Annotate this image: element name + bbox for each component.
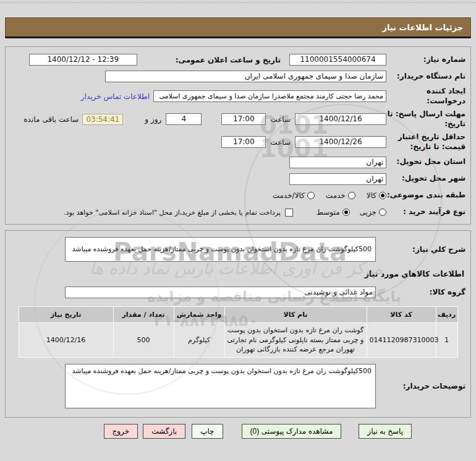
validity-label: حداقل تاریخ اعتبار قیمت: تا تاریخ: [386,132,465,152]
requester-label: ایجاد کننده درخواست: [386,87,465,106]
cell-goods-code: 0141120987310003 [367,322,436,358]
requester-row: ایجاد کننده درخواست: محمد رضا حجتی کارمن… [11,87,465,106]
goods-group-field[interactable]: مواد غذائی و نوشیدنی [65,287,376,298]
radio-goods-service[interactable] [307,192,315,199]
deadline-time-field[interactable]: 17:00 [221,113,266,125]
goods-table: ردیف کد کالا نام کالا واحد شمارش تعداد /… [19,306,458,358]
buyer-notes-label: توضیحات خریدار: [376,382,465,390]
col-need-date: تاریخ نیاز [19,306,113,322]
col-unit: واحد شمارش [174,306,224,322]
buyer-contact-link[interactable]: اطلاعات تماس خریدار [81,92,150,101]
col-quantity: تعداد / مقدار [113,306,174,322]
announce-datetime-field[interactable]: 1400/12/12 - 12:39 [29,54,137,66]
print-button[interactable]: چاپ [192,424,223,439]
treasury-checkbox[interactable] [285,209,293,217]
page-title: جزئیات اطلاعات نیاز [5,17,471,38]
goods-section-header: اطلاعات کالاهاي مورد نياز [11,269,464,278]
respond-button[interactable]: پاسخ به نیاز [359,424,412,439]
goods-group-row: گروه کالا: مواد غذائی و نوشیدنی [11,286,465,299]
need-number-label: شماره نیاز: [386,55,465,65]
radio-goods-service-label: کالا/خدمت [273,191,305,200]
need-details-page: { "window": { "title": "جزئیات اطلاعات ن… [0,0,476,461]
col-goods-code: کد کالا [367,306,436,322]
classification-row: طبقه بندی موضوعی: کالا خدمت کالا/خدمت [11,189,465,202]
buyer-org-row: نام دستگاه خریدار: سازمان صدا و سیمای جم… [11,70,465,83]
countdown-timer: 03:54:41 [82,114,123,125]
top-dotted-rule [0,2,476,3]
col-row-number: ردیف [436,306,457,322]
need-number-row: شماره نیاز: 1100001554000674 تاریخ و ساع… [11,53,465,66]
goods-group-label: گروه کالا: [376,288,465,296]
province-label: استان محل تحویل: [386,157,465,167]
classification-label: طبقه بندی موضوعی: [386,191,465,200]
validity-hour-label: ساعت [270,138,291,147]
cell-need-date: 1400/12/16 [19,322,113,358]
attachments-button[interactable]: مشاهده مدارک پیوستی (0) [242,424,342,439]
buyer-org-field[interactable]: سازمان صدا و سیمای جمهوری اسلامی ایران [105,71,386,82]
radio-partial[interactable] [379,209,386,216]
need-desc-field[interactable]: 500کیلوگوشت ران مرغ تازه بدون استخوان بد… [65,237,376,262]
need-info-panel: شماره نیاز: 1100001554000674 تاریخ و ساع… [5,46,471,225]
col-goods-name: نام کالا [224,306,367,322]
cell-quantity: 500 [113,322,174,358]
cell-goods-name: گوشت ران مرغ تازه بدون استخوان بدون پوست… [224,322,367,358]
buyer-notes-row: توضیحات خریدار: 500کیلوگوشت ران مرغ تازه… [11,364,465,408]
goods-table-header-row: ردیف کد کالا نام کالا واحد شمارش تعداد /… [19,306,457,322]
validity-row: حداقل تاریخ اعتبار قیمت: تا تاریخ: 1400/… [11,132,465,152]
need-goods-panel: شرح کلي نياز: 500کیلوگوشت ران مرغ تازه ب… [5,230,471,418]
validity-date-field[interactable]: 1400/12/26 [295,136,386,148]
deadline-hour-label: ساعت [270,115,291,124]
process-type-row: نوع فرآیند خرید : جزیی متوسط پرداخت تمام… [11,206,465,219]
radio-service[interactable] [348,192,355,199]
city-field[interactable]: تهران [289,173,386,185]
deadline-label: مهلت ارسال پاسخ: تا تاریخ: [386,110,465,129]
deadline-date-field[interactable]: 1400/12/16 [295,113,386,125]
remaining-label: ساعت باقی مانده [23,115,79,124]
need-desc-label: شرح کلي نياز: [376,245,465,254]
requester-field[interactable]: محمد رضا حجتی کارمند مجتمع ملاصدرا سازما… [153,90,386,102]
need-desc-row: شرح کلي نياز: 500کیلوگوشت ران مرغ تازه ب… [11,237,465,262]
validity-time-field[interactable]: 17:00 [221,136,266,148]
deadline-row: مهلت ارسال پاسخ: تا تاریخ: 1400/12/16 سا… [11,110,465,129]
cell-unit: کیلوگرم [174,322,224,358]
city-row: شهر محل تحویل: تهران [11,173,465,186]
radio-service-label: خدمت [326,191,346,200]
province-row: استان محل تحویل: تهران [11,156,465,169]
announce-label: تاریخ و ساعت اعلان عمومی: [176,56,281,64]
radio-goods[interactable] [379,192,386,199]
process-type-label: نوع فرآیند خرید : [386,207,465,217]
province-field[interactable]: تهران [289,157,386,168]
buyer-org-label: نام دستگاه خریدار: [386,72,465,82]
radio-medium-label: متوسط [317,208,340,217]
exit-button[interactable]: خروج [104,424,138,439]
radio-medium[interactable] [342,209,350,216]
city-label: شهر محل تحویل: [386,174,465,184]
radio-partial-label: جزیی [360,208,376,217]
treasury-note: پرداخت تمام یا بخشی از مبلغ خرید،از محل … [64,209,281,217]
buyer-notes-field[interactable]: 500کیلوگوشت ران مرغ تازه بدون استخوان بد… [65,364,376,408]
days-label: روز و [145,115,161,124]
radio-goods-label: کالا [367,191,376,200]
need-number-field[interactable]: 1100001554000674 [289,54,386,66]
action-buttons: پاسخ به نیاز مشاهده مدارک پیوستی (0) چاپ… [0,424,412,439]
back-button[interactable]: بازگشت [143,424,185,439]
goods-table-row: 1 0141120987310003 گوشت ران مرغ تازه بدو… [19,322,457,358]
days-left-field[interactable]: 4 [166,113,202,125]
cell-row-number: 1 [436,322,457,358]
